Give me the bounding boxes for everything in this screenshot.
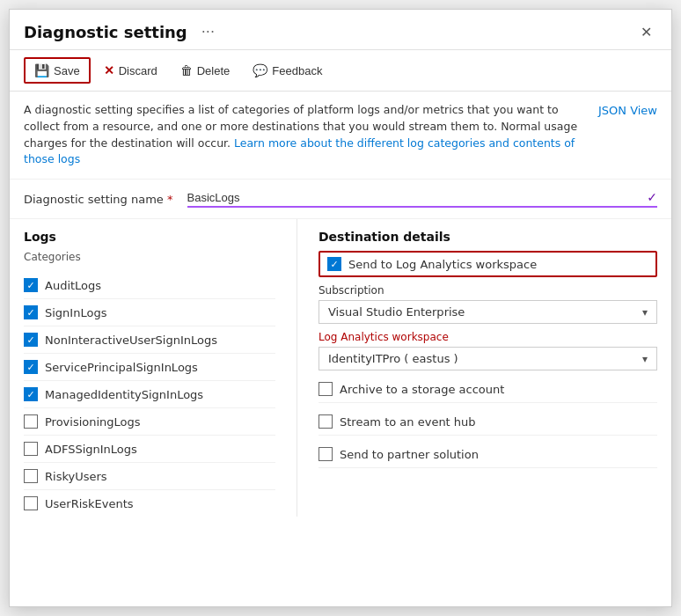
log-label-NonInteractiveUserSignInLogs: NonInteractiveUserSignInLogs: [45, 334, 217, 347]
discard-icon: ✕: [104, 63, 114, 77]
diagnostic-setting-dialog: Diagnostic setting ··· ✕ 💾 Save ✕ Discar…: [9, 9, 672, 607]
dialog-title: Diagnostic setting: [24, 23, 187, 41]
dest-label-log-analytics: Send to Log Analytics workspace: [348, 258, 537, 271]
dest-label-1: Archive to a storage account: [340, 383, 504, 396]
log-checkbox-UserRiskEvents[interactable]: [24, 496, 38, 510]
log-label-ADFSSignInLogs: ADFSSignInLogs: [45, 443, 137, 456]
log-item: RiskyUsers: [24, 463, 275, 490]
subscription-chevron-icon: ▾: [642, 306, 648, 319]
subscription-value: Visual Studio Enterprise: [328, 305, 465, 319]
logs-panel: Logs Categories AuditLogsSignInLogsNonIn…: [24, 219, 297, 517]
log-item: AuditLogs: [24, 272, 275, 299]
destination-options: Send to Log Analytics workspaceSubscript…: [319, 251, 657, 468]
dest-checkbox-1[interactable]: [319, 382, 333, 396]
log-checkbox-ProvisioningLogs[interactable]: [24, 414, 38, 429]
log-label-AuditLogs: AuditLogs: [45, 279, 101, 292]
subscription-label: Subscription: [319, 284, 657, 297]
log-item: SignInLogs: [24, 299, 275, 326]
log-checkbox-ADFSSignInLogs[interactable]: [24, 442, 38, 456]
workspace-chevron-icon: ▾: [642, 353, 648, 365]
dest-checkbox-3[interactable]: [319, 447, 333, 461]
log-checkbox-RiskyUsers[interactable]: [24, 469, 38, 483]
feedback-icon: 💬: [253, 63, 267, 77]
setting-name-input[interactable]: [187, 191, 648, 204]
dest-option-send-to-partner-solution: Send to partner solution: [319, 441, 657, 468]
feedback-button[interactable]: 💬 Feedback: [243, 58, 332, 83]
log-checkbox-SignInLogs[interactable]: [24, 305, 38, 319]
dest-option-stream-to-an-event-hub: Stream to an event hub: [319, 408, 657, 436]
logs-section-title: Logs: [24, 230, 275, 244]
workspace-label: Log Analytics workspace: [319, 331, 657, 343]
log-item: NonInteractiveUserSignInLogs: [24, 326, 275, 354]
toolbar: 💾 Save ✕ Discard 🗑 Delete 💬 Feedback: [10, 50, 671, 92]
delete-icon: 🗑: [180, 63, 193, 77]
destination-panel: Destination details Send to Log Analytic…: [297, 219, 657, 517]
dialog-header: Diagnostic setting ··· ✕: [10, 10, 671, 50]
logs-categories-subtitle: Categories: [24, 251, 275, 263]
input-check-icon: ✓: [647, 190, 657, 204]
log-checkbox-ServicePrincipalSignInLogs[interactable]: [24, 360, 38, 374]
log-checkbox-ManagedIdentitySignInLogs[interactable]: [24, 387, 38, 401]
main-content: Logs Categories AuditLogsSignInLogsNonIn…: [10, 219, 671, 517]
subscription-section: SubscriptionVisual Studio Enterprise▾: [319, 284, 657, 324]
logs-list: AuditLogsSignInLogsNonInteractiveUserSig…: [24, 272, 275, 517]
setting-name-row: Diagnostic setting name * ✓: [10, 180, 671, 219]
log-item: ProvisioningLogs: [24, 408, 275, 436]
save-label: Save: [54, 64, 80, 77]
log-label-ServicePrincipalSignInLogs: ServicePrincipalSignInLogs: [45, 361, 198, 374]
log-item: ManagedIdentitySignInLogs: [24, 381, 275, 408]
workspace-section: Log Analytics workspaceIdentityITPro ( e…: [319, 331, 657, 370]
dest-option-archive-to-a-storage-account: Archive to a storage account: [319, 376, 657, 403]
subscription-select[interactable]: Visual Studio Enterprise▾: [319, 300, 657, 324]
log-checkbox-AuditLogs[interactable]: [24, 278, 38, 292]
more-options-icon[interactable]: ···: [201, 24, 215, 40]
json-view-link[interactable]: JSON View: [598, 102, 657, 120]
delete-button[interactable]: 🗑 Delete: [171, 58, 240, 83]
delete-label: Delete: [197, 64, 231, 77]
save-button[interactable]: 💾 Save: [24, 57, 91, 84]
close-button[interactable]: ✕: [635, 22, 657, 42]
description-text: A diagnostic setting specifies a list of…: [24, 102, 598, 168]
log-label-UserRiskEvents: UserRiskEvents: [45, 497, 134, 510]
dest-label-2: Stream to an event hub: [340, 415, 476, 429]
dest-label-3: Send to partner solution: [340, 448, 479, 461]
save-icon: 💾: [34, 63, 49, 77]
discard-label: Discard: [119, 64, 157, 77]
setting-name-label: Diagnostic setting name *: [24, 193, 173, 206]
log-label-SignInLogs: SignInLogs: [45, 306, 106, 319]
discard-button[interactable]: ✕ Discard: [94, 58, 167, 83]
destination-section-title: Destination details: [319, 230, 657, 244]
log-label-ProvisioningLogs: ProvisioningLogs: [45, 415, 141, 429]
log-item: UserRiskEvents: [24, 490, 275, 517]
dest-checkbox-log-analytics[interactable]: [327, 257, 341, 271]
log-checkbox-NonInteractiveUserSignInLogs[interactable]: [24, 333, 38, 347]
log-item: ServicePrincipalSignInLogs: [24, 354, 275, 381]
feedback-label: Feedback: [272, 64, 322, 77]
log-item: ADFSSignInLogs: [24, 436, 275, 463]
log-label-RiskyUsers: RiskyUsers: [45, 470, 107, 483]
description-section: A diagnostic setting specifies a list of…: [10, 92, 671, 180]
dest-option-log-analytics: Send to Log Analytics workspace: [319, 251, 657, 277]
setting-name-input-wrap: ✓: [187, 190, 657, 208]
dest-checkbox-2[interactable]: [319, 414, 333, 429]
log-label-ManagedIdentitySignInLogs: ManagedIdentitySignInLogs: [45, 388, 203, 401]
workspace-select[interactable]: IdentityITPro ( eastus )▾: [319, 347, 657, 370]
workspace-value: IdentityITPro ( eastus ): [328, 352, 458, 365]
required-indicator: *: [167, 193, 173, 206]
